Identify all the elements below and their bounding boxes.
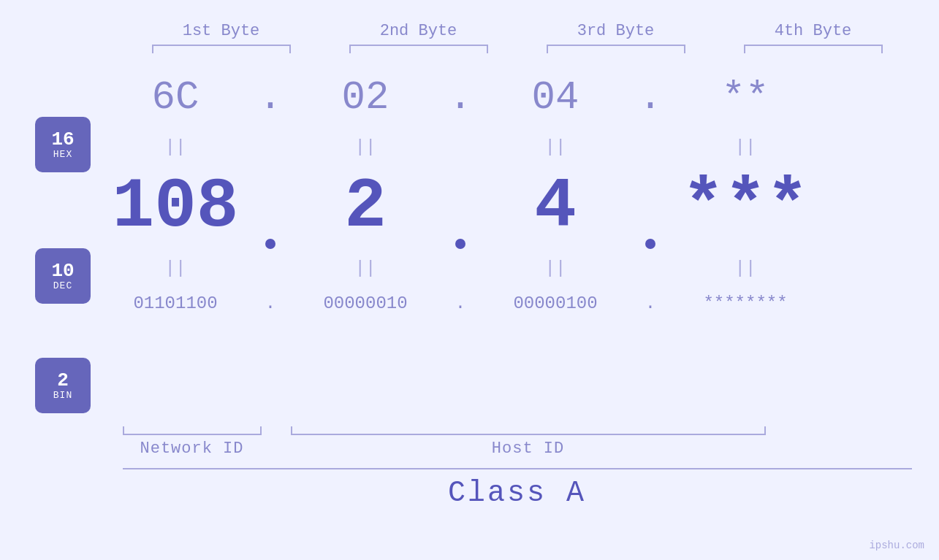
bracket-top-3 (547, 45, 685, 53)
watermark: ipshu.com (869, 540, 924, 551)
bin-values-row: 01101100 . 00000010 . 00000100 . *******… (95, 281, 939, 325)
values-column: 6C . 02 . 04 . ** || || || || 108 (95, 61, 939, 422)
hex-b2: 02 (285, 75, 446, 120)
byte3-header: 3rd Byte (536, 22, 696, 40)
host-id-label: Host ID (291, 440, 766, 458)
bracket-gap-1 (262, 426, 291, 435)
dec-sep1 (256, 160, 285, 255)
byte4-header: 4th Byte (733, 22, 894, 40)
eq2-b2: || (285, 258, 446, 278)
network-id-label: Network ID (123, 440, 262, 458)
dec-badge-number: 10 (51, 261, 74, 280)
bin-b1: 01101100 (95, 294, 256, 313)
bin-sep3: . (636, 294, 665, 313)
hex-sep1: . (256, 75, 285, 120)
labels-gap (262, 440, 291, 458)
eq1-b1: || (95, 137, 256, 157)
bin-badge: 2 BIN (35, 358, 91, 413)
main-container: 1st Byte 2nd Byte 3rd Byte 4th Byte 16 H… (0, 0, 939, 560)
dec-b1: 108 (95, 172, 256, 242)
hex-values-row: 6C . 02 . 04 . ** (95, 61, 939, 134)
hex-b4: ** (665, 75, 826, 120)
bin-badge-label: BIN (53, 390, 72, 401)
dec-b4: *** (665, 172, 826, 242)
eq2-b4: || (665, 258, 826, 278)
eq1-b2: || (285, 137, 446, 157)
dec-b2: 2 (285, 172, 446, 242)
bin-b2: 00000010 (285, 294, 446, 313)
hex-b3: 04 (475, 75, 636, 120)
bracket-top-1 (152, 45, 291, 53)
bin-badge-wrapper: 2 BIN (35, 349, 95, 422)
hex-sep2: . (446, 75, 475, 120)
dec-sep3 (636, 160, 665, 255)
eq-row-1: || || || || (95, 134, 939, 160)
byte2-header: 2nd Byte (338, 22, 499, 40)
dec-badge-wrapper: 10 DEC (35, 203, 95, 349)
eq2-b3: || (475, 258, 636, 278)
dec-b3: 4 (475, 172, 636, 242)
bin-badge-number: 2 (57, 371, 69, 390)
dec-badge: 10 DEC (35, 248, 91, 304)
hex-badge: 16 HEX (35, 117, 91, 172)
bin-b4: ******** (665, 294, 826, 313)
dec-values-row: 108 2 4 *** (95, 160, 939, 255)
bin-b3: 00000100 (475, 294, 636, 313)
badges-column: 16 HEX 10 DEC 2 BIN (0, 61, 95, 422)
class-section: Class A (123, 468, 912, 510)
dec-badge-label: DEC (53, 280, 72, 291)
hex-sep3: . (636, 75, 665, 120)
hex-b1: 6C (95, 75, 256, 120)
dec-sep2 (446, 160, 475, 255)
id-labels-row: Network ID Host ID (123, 440, 912, 458)
hex-badge-number: 16 (51, 130, 74, 149)
bracket-bottom-net (123, 426, 262, 435)
hex-badge-wrapper: 16 HEX (35, 86, 95, 203)
eq1-b3: || (475, 137, 636, 157)
bracket-top-4 (744, 45, 883, 53)
bin-sep1: . (256, 294, 285, 313)
bin-sep2: . (446, 294, 475, 313)
eq1-b4: || (665, 137, 826, 157)
byte1-header: 1st Byte (141, 22, 302, 40)
bracket-top-2 (349, 45, 488, 53)
eq2-b1: || (95, 258, 256, 278)
hex-badge-label: HEX (53, 149, 72, 160)
eq-row-2: || || || || (95, 255, 939, 281)
class-label: Class A (123, 477, 912, 510)
bottom-brackets (123, 426, 912, 435)
class-divider (123, 468, 912, 469)
bracket-bottom-host (291, 426, 766, 435)
data-layout: 16 HEX 10 DEC 2 BIN 6C (0, 61, 939, 422)
